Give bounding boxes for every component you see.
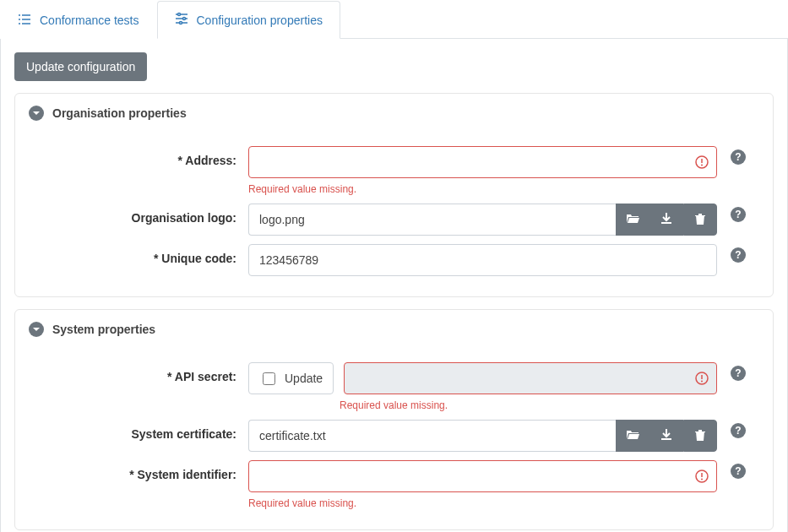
org-logo-label: Organisation logo: bbox=[29, 204, 248, 225]
api-secret-row: * API secret: Update bbox=[29, 362, 759, 411]
address-input[interactable] bbox=[248, 146, 717, 178]
help-icon[interactable]: ? bbox=[731, 366, 746, 381]
download-icon bbox=[660, 212, 673, 228]
list-icon bbox=[18, 13, 31, 29]
address-label: * Address: bbox=[29, 146, 248, 167]
api-secret-error-text: Required value missing. bbox=[340, 399, 717, 411]
address-row: * Address: Required value missing. ? bbox=[29, 146, 759, 195]
org-logo-filename bbox=[248, 204, 616, 236]
unique-code-row: * Unique code: ? bbox=[29, 244, 759, 276]
chevron-down-icon bbox=[29, 106, 44, 121]
svg-point-3 bbox=[19, 14, 20, 16]
folder-open-icon bbox=[626, 212, 639, 228]
delete-button[interactable] bbox=[683, 204, 717, 236]
card-header[interactable]: System properties bbox=[15, 310, 773, 349]
system-certificate-label: System certificate: bbox=[29, 420, 248, 441]
unique-code-label: * Unique code: bbox=[29, 244, 248, 265]
browse-button[interactable] bbox=[616, 420, 649, 452]
system-identifier-input[interactable] bbox=[248, 460, 717, 492]
help-icon[interactable]: ? bbox=[731, 247, 746, 263]
folder-open-icon bbox=[626, 428, 639, 444]
svg-point-11 bbox=[179, 22, 182, 24]
help-icon[interactable]: ? bbox=[731, 149, 746, 165]
address-error-text: Required value missing. bbox=[248, 183, 717, 195]
download-icon bbox=[660, 428, 673, 444]
trash-icon bbox=[693, 428, 707, 444]
tab-label: Configuration properties bbox=[197, 14, 323, 27]
tab-bar: Conformance tests Configuration properti… bbox=[0, 0, 788, 39]
system-certificate-row: System certificate: bbox=[29, 420, 759, 452]
system-certificate-filename bbox=[248, 420, 616, 452]
system-properties-card: System properties * API secret: Update bbox=[14, 309, 774, 530]
update-configuration-button[interactable]: Update configuration bbox=[14, 52, 147, 81]
svg-point-9 bbox=[182, 18, 185, 20]
update-checkbox[interactable] bbox=[263, 372, 275, 385]
api-secret-update-toggle[interactable]: Update bbox=[248, 362, 334, 394]
card-title: System properties bbox=[52, 323, 155, 336]
download-button[interactable] bbox=[649, 204, 683, 236]
api-secret-input bbox=[344, 362, 717, 394]
help-icon[interactable]: ? bbox=[731, 423, 746, 438]
delete-button[interactable] bbox=[683, 420, 717, 452]
svg-point-4 bbox=[19, 19, 20, 20]
help-icon[interactable]: ? bbox=[731, 464, 746, 479]
system-identifier-label: * System identifier: bbox=[29, 460, 248, 481]
org-logo-row: Organisation logo: bbox=[29, 204, 759, 236]
sliders-icon bbox=[175, 12, 188, 28]
trash-icon bbox=[693, 212, 707, 228]
tab-conformance-tests[interactable]: Conformance tests bbox=[0, 1, 157, 39]
system-identifier-row: * System identifier: Required value miss… bbox=[29, 460, 759, 509]
card-header[interactable]: Organisation properties bbox=[15, 94, 773, 133]
organisation-properties-card: Organisation properties * Address: Req bbox=[14, 93, 774, 297]
tab-configuration-properties[interactable]: Configuration properties bbox=[157, 1, 340, 39]
chevron-down-icon bbox=[29, 322, 44, 337]
download-button[interactable] bbox=[649, 420, 683, 452]
browse-button[interactable] bbox=[616, 204, 649, 236]
system-identifier-error-text: Required value missing. bbox=[248, 497, 717, 509]
config-panel: Update configuration Organisation proper… bbox=[0, 39, 788, 532]
update-checkbox-label: Update bbox=[285, 372, 323, 385]
help-icon[interactable]: ? bbox=[731, 207, 746, 222]
unique-code-input[interactable] bbox=[248, 244, 717, 276]
tab-label: Conformance tests bbox=[40, 14, 139, 27]
svg-point-7 bbox=[177, 14, 180, 16]
api-secret-label: * API secret: bbox=[29, 362, 248, 383]
card-title: Organisation properties bbox=[52, 106, 187, 120]
svg-point-5 bbox=[19, 23, 20, 24]
